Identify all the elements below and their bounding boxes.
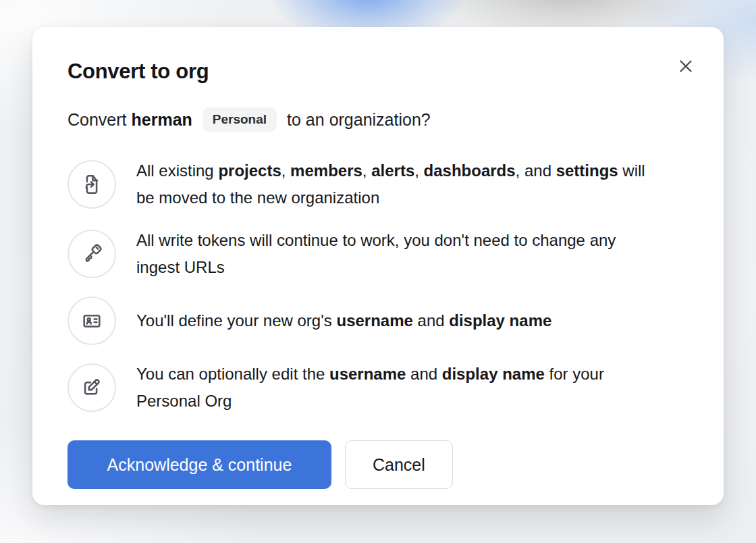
close-button[interactable] xyxy=(671,51,701,81)
list-item-text: All write tokens will continue to work, … xyxy=(136,227,663,281)
close-icon xyxy=(677,57,695,75)
list-item-text: You'll define your new org's username an… xyxy=(136,307,551,334)
dialog-actions: Acknowledge & continue Cancel xyxy=(68,440,688,489)
list-item: All existing projects, members, alerts, … xyxy=(68,157,688,211)
key-icon xyxy=(68,230,116,278)
acknowledge-continue-button[interactable]: Acknowledge & continue xyxy=(68,440,331,489)
convert-to-org-dialog: Convert to org Convert herman Personal t… xyxy=(32,27,724,505)
dialog-question: Convert herman Personal to an organizati… xyxy=(68,107,688,132)
org-username: herman xyxy=(132,110,192,129)
question-suffix: to an organization? xyxy=(287,110,431,130)
list-item: All write tokens will continue to work, … xyxy=(68,227,688,281)
cancel-button[interactable]: Cancel xyxy=(345,440,453,489)
dialog-title: Convert to org xyxy=(68,59,688,84)
personal-badge: Personal xyxy=(202,107,277,132)
list-item: You'll define your new org's username an… xyxy=(68,296,688,345)
question-prefix: Convert herman xyxy=(68,110,192,130)
file-move-icon xyxy=(68,160,116,209)
info-list: All existing projects, members, alerts, … xyxy=(68,157,688,415)
list-item: You can optionally edit the username and… xyxy=(68,361,688,415)
edit-icon xyxy=(68,363,116,412)
list-item-text: All existing projects, members, alerts, … xyxy=(136,157,663,211)
id-card-icon xyxy=(68,296,116,345)
list-item-text: You can optionally edit the username and… xyxy=(136,361,663,415)
